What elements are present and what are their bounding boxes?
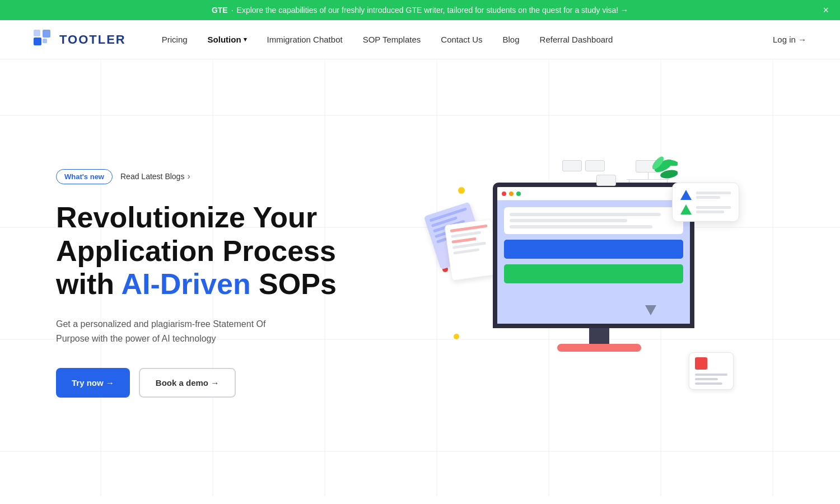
nav-right: Log in → — [773, 35, 806, 44]
dot-yellow2-deco — [454, 334, 459, 339]
banner-message: Explore the capabilities of our freshly … — [237, 6, 629, 15]
logo[interactable]: TOOTLER — [34, 30, 126, 50]
svg-rect-1 — [43, 30, 50, 38]
hero-buttons: Try now → Book a demo → — [56, 368, 358, 398]
hero-section: What's new Read Latest Blogs › Revolutio… — [0, 59, 840, 496]
arrow-icon: › — [187, 171, 190, 181]
nav-links: Pricing Solution ▾ Immigration Chatbot S… — [154, 30, 773, 49]
whats-new-badge[interactable]: What's new — [56, 169, 113, 184]
main-content: What's new Read Latest Blogs › Revolutio… — [0, 59, 840, 496]
announcement-banner: GTE · Explore the capabilities of our fr… — [0, 0, 840, 20]
whats-new-row: What's new Read Latest Blogs › — [56, 169, 358, 184]
highlight-text: AI-Driven — [122, 268, 251, 300]
nav-immigration-chatbot[interactable]: Immigration Chatbot — [259, 30, 351, 49]
hero-right — [358, 155, 795, 412]
small-boxes — [562, 160, 605, 171]
hero-title: Revolutionize Your Application Process w… — [56, 201, 358, 301]
leaf-decoration — [633, 155, 678, 196]
nav-blog[interactable]: Blog — [495, 30, 528, 49]
main-nav: TOOTLER Pricing Solution ▾ Immigration C… — [0, 20, 840, 59]
svg-rect-2 — [43, 39, 47, 43]
hero-left: What's new Read Latest Blogs › Revolutio… — [56, 169, 358, 398]
try-now-button[interactable]: Try now → — [56, 368, 130, 398]
monitor-screen — [493, 183, 694, 328]
svg-rect-3 — [34, 30, 40, 36]
hero-illustration — [426, 155, 750, 412]
svg-rect-0 — [34, 38, 41, 45]
logo-icon — [34, 30, 54, 50]
floating-card-top-right — [672, 183, 739, 222]
dot-yellow-deco — [458, 187, 465, 194]
book-demo-button[interactable]: Book a demo → — [139, 368, 236, 398]
small-doc-card — [689, 352, 734, 390]
nav-contact-us[interactable]: Contact Us — [433, 30, 490, 49]
small-box-single — [596, 175, 616, 186]
banner-text: GTE · Explore the capabilities of our fr… — [212, 6, 628, 15]
chevron-down-icon: ▾ — [244, 36, 247, 43]
banner-close-button[interactable]: × — [823, 5, 829, 15]
login-button[interactable]: Log in → — [773, 35, 806, 44]
banner-separator: · — [231, 6, 234, 15]
floating-doc-2 — [444, 219, 499, 281]
logo-text: TOOTLER — [59, 32, 126, 47]
nav-sop-templates[interactable]: SOP Templates — [355, 30, 429, 49]
banner-brand: GTE — [212, 6, 228, 15]
hero-subtitle: Get a personalized and plagiarism-free S… — [56, 317, 291, 346]
nav-referral-dashboard[interactable]: Referral Dashboard — [532, 30, 621, 49]
nav-pricing[interactable]: Pricing — [154, 30, 195, 49]
nav-solution[interactable]: Solution ▾ — [200, 30, 255, 49]
read-blogs-link[interactable]: Read Latest Blogs › — [120, 171, 190, 181]
